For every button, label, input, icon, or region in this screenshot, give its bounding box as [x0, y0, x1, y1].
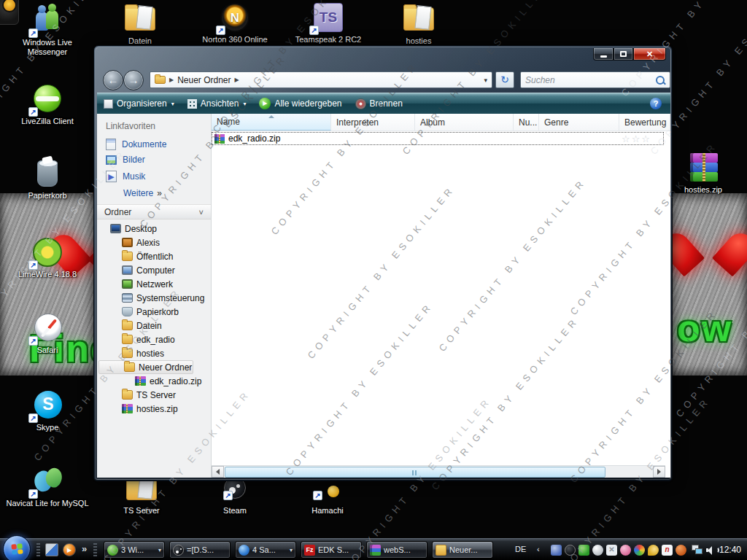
- tray-orange-icon[interactable]: [676, 545, 686, 556]
- forward-button[interactable]: →: [123, 70, 144, 90]
- refresh-button[interactable]: ↻: [495, 71, 514, 88]
- column-name[interactable]: Name: [212, 114, 331, 131]
- tray-notes-icon[interactable]: n: [662, 545, 673, 556]
- favorite-dokumente[interactable]: Dokumente: [106, 139, 166, 150]
- task-button-neuer-ordner[interactable]: Neuer...: [432, 541, 493, 559]
- search-input[interactable]: [521, 75, 654, 85]
- breadcrumb[interactable]: Neuer Ordner: [177, 75, 231, 85]
- tree-item-netzwerk[interactable]: Netzwerk: [97, 277, 211, 291]
- breadcrumb-arrow-icon[interactable]: ▶: [235, 77, 239, 83]
- desktop-icon-safari[interactable]: ↗ Safari: [13, 312, 82, 355]
- desktop-icon-windows-live-messenger[interactable]: ↗ Windows Live Messenger: [13, 4, 82, 57]
- search-icon[interactable]: [654, 74, 666, 86]
- desktop-icon-navicat[interactable]: ↗ Navicat Lite for MySQL: [4, 465, 91, 508]
- scrollbar-thumb[interactable]: [225, 467, 605, 478]
- tree-item-oeffentlich[interactable]: Öffentlich: [97, 249, 211, 263]
- desktop-icon-datein[interactable]: Datein: [106, 3, 174, 46]
- language-indicator[interactable]: DE: [515, 545, 526, 553]
- task-button-winrar[interactable]: webS...: [366, 541, 427, 559]
- column-interpreten[interactable]: Interpreten: [331, 114, 415, 131]
- burn-button[interactable]: Brennen: [349, 96, 409, 112]
- group-dropdown-icon[interactable]: ▾: [158, 547, 161, 553]
- tree-item-edk-radio-zip[interactable]: edk_radio.zip: [97, 374, 211, 388]
- window-content: Linkfavoriten Dokumente Bilder ▶ Musik W…: [97, 114, 670, 478]
- winrar-archive-icon: [122, 404, 133, 413]
- organize-button[interactable]: Organisieren ▾: [97, 96, 181, 112]
- desktop-icon-hosties[interactable]: hosties: [384, 3, 453, 46]
- tree-item-desktop[interactable]: Desktop: [97, 222, 211, 236]
- tray-gmx-icon[interactable]: [620, 545, 631, 556]
- tree-item-alexis[interactable]: Alexis: [97, 236, 211, 249]
- minimize-button[interactable]: [593, 48, 614, 61]
- folder-icon: [155, 76, 166, 84]
- tray-sphere-icon[interactable]: [592, 545, 603, 556]
- tree-item-computer[interactable]: Computer: [97, 263, 211, 277]
- start-button[interactable]: [3, 535, 31, 560]
- tray-browser-swirl-icon[interactable]: [634, 545, 645, 556]
- tray-moon-icon[interactable]: [648, 545, 659, 556]
- task-button-windows-group[interactable]: 3 Wi... ▾: [104, 541, 165, 559]
- tree-label: hosties.zip: [136, 404, 178, 414]
- winrar-archive-icon: [214, 134, 225, 144]
- tray-steam-icon[interactable]: [565, 545, 576, 556]
- wallpaper-heart-right: [677, 217, 740, 273]
- tray-icq-icon[interactable]: [578, 545, 589, 556]
- scroll-right-button[interactable]: [653, 466, 665, 478]
- desktop-icon-label: LimeWire 4.18.8: [13, 270, 82, 279]
- show-desktop-button[interactable]: [45, 543, 58, 556]
- column-bewertung[interactable]: Bewertung: [619, 114, 670, 131]
- tree-item-papierkorb[interactable]: Papierkorb: [97, 305, 211, 319]
- volume-tray-icon[interactable]: [706, 545, 718, 555]
- maximize-button[interactable]: [614, 48, 633, 61]
- task-button-steam[interactable]: =[D.S...: [169, 541, 231, 559]
- address-bar[interactable]: ▶ Neuer Ordner ▶ ▾: [150, 71, 492, 88]
- desktop-icon-teamspeak[interactable]: TS ↗ Teamspeak 2 RC2: [294, 1, 363, 44]
- folders-band[interactable]: Ordner ˅: [97, 204, 211, 219]
- tree-item-systemsteuerung[interactable]: Systemsteuerung: [97, 291, 211, 305]
- desktop-icon-limewire[interactable]: ↗ LimeWire 4.18.8: [13, 236, 82, 279]
- tree-item-datein[interactable]: Datein: [97, 319, 211, 332]
- folder-icon: [124, 362, 135, 372]
- desktop-icon-label: Papierkorb: [13, 191, 82, 201]
- task-button-browser-group[interactable]: 4 Sa... ▾: [235, 541, 296, 559]
- tree-item-hosties-zip[interactable]: hosties.zip: [97, 402, 211, 416]
- help-button[interactable]: ?: [650, 98, 662, 109]
- explorer-window: ✕ ← → ▶ Neuer Ordner ▶ ▾ ↻ Organisieren …: [93, 45, 673, 481]
- file-row-edk-radio-zip[interactable]: edk_radio.zip ☆☆☆: [212, 132, 664, 145]
- tray-messenger-icon[interactable]: [551, 545, 562, 556]
- group-dropdown-icon[interactable]: ▾: [290, 547, 293, 553]
- taskband-grip[interactable]: [93, 543, 97, 556]
- tree-item-hosties[interactable]: hosties: [97, 346, 211, 360]
- back-button[interactable]: ←: [103, 70, 123, 90]
- play-all-button[interactable]: ▶ Alle wiedergeben: [252, 96, 348, 112]
- desktop-icon-norton[interactable]: N ↗ Norton 360 Online: [201, 1, 269, 44]
- favorite-bilder[interactable]: Bilder: [106, 155, 145, 165]
- tray-close-x-icon[interactable]: ✕: [606, 545, 617, 556]
- media-player-button[interactable]: ▶: [63, 543, 76, 556]
- column-album[interactable]: Album: [415, 114, 514, 131]
- tray-collapse-icon[interactable]: ‹: [537, 545, 540, 553]
- desktop-icon-papierkorb[interactable]: Papierkorb: [13, 158, 82, 201]
- tree-item-ts-server[interactable]: TS Server: [97, 388, 211, 402]
- desktop-icon-livezilla[interactable]: ↗ LiveZilla Client: [13, 83, 82, 126]
- taskbar-clock[interactable]: 12:40: [719, 545, 741, 555]
- desktop-icon-skype[interactable]: S ↗ Skype: [13, 389, 82, 432]
- address-dropdown-icon[interactable]: ▾: [484, 77, 487, 84]
- favorite-musik[interactable]: ▶ Musik: [106, 171, 145, 182]
- column-nummer[interactable]: Nu...: [514, 114, 539, 131]
- desktop-icon-label: Teamspeak 2 RC2: [294, 35, 363, 44]
- network-tray-icon[interactable]: [692, 545, 703, 555]
- favorite-weitere[interactable]: Weitere »: [123, 188, 162, 198]
- scrollbar-track[interactable]: [605, 466, 653, 478]
- tree-item-edk-radio[interactable]: edk_radio: [97, 332, 211, 346]
- scroll-left-button[interactable]: [212, 466, 224, 478]
- desktop-icon-hosties-zip[interactable]: hosties.zip: [669, 152, 738, 195]
- task-button-filezilla[interactable]: Fz EDK S...: [301, 541, 362, 559]
- views-button[interactable]: Ansichten ▾: [181, 96, 253, 112]
- column-genre[interactable]: Genre: [539, 114, 619, 131]
- shortcut-arrow-icon: ↗: [223, 491, 233, 500]
- quicklaunch-overflow-button[interactable]: »: [82, 543, 87, 554]
- close-button[interactable]: ✕: [633, 48, 666, 61]
- tree-item-neuer-ordner[interactable]: Neuer Ordner: [98, 360, 193, 374]
- quicklaunch-grip[interactable]: [36, 543, 40, 556]
